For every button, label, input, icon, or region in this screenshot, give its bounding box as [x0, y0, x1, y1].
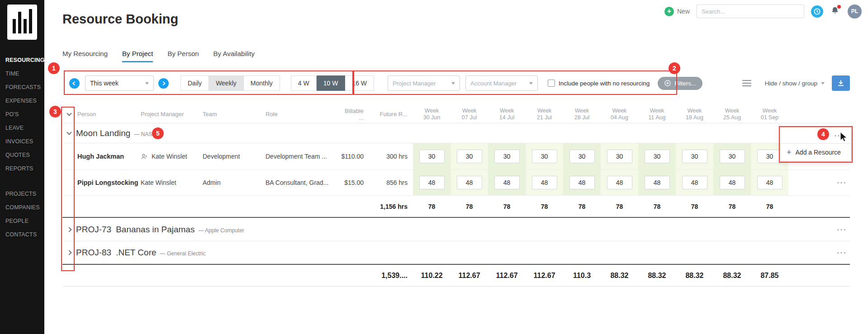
expand-group-chevron-icon[interactable] — [66, 250, 71, 255]
sidebar-item-contacts[interactable]: CONTACTS — [0, 228, 44, 241]
allocation-cell[interactable]: 30 — [682, 150, 707, 163]
list-view-button[interactable] — [741, 79, 752, 88]
avatar[interactable]: PL — [848, 5, 862, 19]
annotation-badge-1: 1 — [48, 62, 60, 74]
allocation-cell[interactable]: 30 — [645, 150, 670, 163]
subtotal-cell: 78 — [563, 196, 601, 217]
subtotal-cell: 78 — [413, 196, 451, 217]
week-header: Week25 Aug — [713, 105, 751, 123]
tab-by-project[interactable]: By Project — [122, 50, 153, 62]
subtotal-cell: 78 — [601, 196, 638, 217]
expand-group-chevron-icon[interactable] — [66, 227, 71, 232]
new-button[interactable]: + New — [664, 7, 690, 16]
allocation-cell[interactable]: 30 — [757, 150, 783, 163]
sidebar-item-forecasts[interactable]: FORECASTS — [0, 80, 44, 94]
tab-my-resourcing[interactable]: My Resourcing — [62, 50, 108, 62]
notifications-button[interactable] — [830, 5, 841, 17]
company-logo[interactable] — [7, 5, 37, 40]
project-manager-name: Kate Winslet — [152, 153, 187, 160]
row-menu-button[interactable]: ⋯ — [836, 225, 846, 235]
assign-person-icon[interactable] — [141, 153, 148, 160]
row-menu-button[interactable]: ⋯ — [836, 178, 846, 188]
sidebar-item-quotes[interactable]: QUOTES — [0, 148, 44, 162]
allocation-cell[interactable]: 48 — [457, 176, 482, 189]
download-button[interactable] — [832, 75, 850, 91]
allocation-cell[interactable]: 48 — [645, 176, 670, 189]
view-daily-button[interactable]: Daily — [180, 75, 209, 91]
range-16w-button[interactable]: 16 W — [345, 75, 374, 91]
project-manager-filter[interactable]: Project Manager — [388, 75, 460, 91]
sidebar-item-expenses[interactable]: EXPENSES — [0, 94, 44, 108]
person-name[interactable]: Hugh Jackman — [76, 153, 141, 160]
filters-button[interactable]: Filters... — [658, 77, 702, 90]
hide-show-group-dropdown[interactable]: Hide / show / group — [765, 80, 825, 87]
sidebar-item-people[interactable]: PEOPLE — [0, 214, 44, 228]
subtotal-cell: 78 — [751, 196, 788, 217]
future-hours-cell: 856 hrs — [375, 179, 413, 186]
range-10w-button[interactable]: 10 W — [317, 75, 346, 91]
range-segment: 4 W 10 W 16 W — [291, 75, 374, 91]
sidebar-item-time[interactable]: TIME — [0, 67, 44, 80]
logo-bar — [13, 19, 16, 33]
header-person: Person — [76, 111, 141, 118]
allocation-cell[interactable]: 48 — [494, 176, 520, 189]
allocation-cell[interactable]: 48 — [532, 176, 557, 189]
range-4w-button[interactable]: 4 W — [291, 75, 317, 91]
plus-icon: + — [787, 148, 792, 156]
sidebar-item-resourcing[interactable]: RESOURCING — [0, 53, 44, 67]
allocation-cell[interactable]: 48 — [607, 176, 632, 189]
allocation-cell[interactable]: 30 — [494, 150, 520, 163]
sidebar-item-projects[interactable]: PROJECTS — [0, 187, 44, 201]
collapse-group-chevron-icon[interactable] — [66, 130, 71, 135]
account-manager-filter[interactable]: Account Manager — [465, 75, 538, 91]
team-cell: Development — [203, 153, 266, 160]
team-cell: Admin — [203, 179, 266, 186]
allocation-cell[interactable]: 48 — [720, 176, 745, 189]
tab-by-person[interactable]: By Person — [167, 50, 199, 62]
row-context-menu: ⋯ + Add a Resource — [780, 127, 851, 161]
allocation-cell[interactable]: 30 — [532, 150, 557, 163]
previous-period-button[interactable] — [69, 78, 80, 89]
week-header: Week28 Jul — [563, 105, 601, 123]
week-header: Week01 Sep — [751, 105, 788, 123]
billable-rate-cell: $15.00 — [338, 179, 375, 186]
view-monthly-button[interactable]: Monthly — [244, 75, 280, 91]
group-name: Moon Landing — [76, 128, 130, 138]
tab-by-availability[interactable]: By Availability — [213, 50, 255, 62]
group-name: Bananas in Pajamas — [116, 225, 194, 235]
allocation-cell[interactable]: 30 — [419, 150, 445, 163]
period-select[interactable]: This week — [85, 75, 154, 91]
role-cell: Development Team ... — [266, 153, 338, 160]
total-cell: 88.32 — [676, 265, 713, 286]
allocation-cell[interactable]: 30 — [720, 150, 745, 163]
allocation-cell[interactable]: 48 — [757, 176, 783, 189]
sidebar-item-pos[interactable]: PO'S — [0, 108, 44, 121]
sidebar-item-invoices[interactable]: INVOICES — [0, 135, 44, 148]
sidebar-item-companies[interactable]: COMPANIES — [0, 201, 44, 214]
allocation-cell[interactable]: 30 — [457, 150, 482, 163]
group-row-moon-landing: Moon Landing — NASA — [62, 123, 850, 143]
search-input[interactable] — [697, 5, 804, 18]
sidebar-item-reports[interactable]: REPORTS — [0, 162, 44, 175]
allocation-cell[interactable]: 30 — [607, 150, 632, 163]
no-resourcing-checkbox[interactable] — [548, 80, 555, 87]
grand-totals-row: 1,539.... 110.22 112.67 112.67 112.67 11… — [62, 264, 850, 287]
view-weekly-button[interactable]: Weekly — [209, 75, 244, 91]
collapse-all-chevron-icon[interactable] — [66, 111, 71, 116]
person-name[interactable]: Pippi Longstocking — [76, 179, 141, 186]
add-resource-menu-item[interactable]: + Add a Resource — [781, 143, 851, 161]
sidebar-item-leave[interactable]: LEAVE — [0, 121, 44, 135]
allocation-cell[interactable]: 48 — [682, 176, 707, 189]
no-resourcing-checkbox-group: Include people with no resourcing — [548, 80, 650, 87]
row-menu-button[interactable]: ⋯ — [836, 248, 846, 258]
timer-button[interactable] — [811, 5, 823, 18]
allocation-cell[interactable]: 30 — [569, 150, 595, 163]
header-billable: Billable ... — [338, 108, 375, 121]
account-manager-placeholder: Account Manager — [470, 80, 517, 87]
subtotal-future-hours: 1,156 hrs — [375, 203, 413, 210]
total-cell: 110.22 — [413, 265, 451, 286]
allocation-cell[interactable]: 48 — [569, 176, 595, 189]
row-menu-button[interactable]: ⋯ — [834, 131, 844, 141]
next-period-button[interactable] — [158, 78, 169, 89]
allocation-cell[interactable]: 48 — [419, 176, 445, 189]
